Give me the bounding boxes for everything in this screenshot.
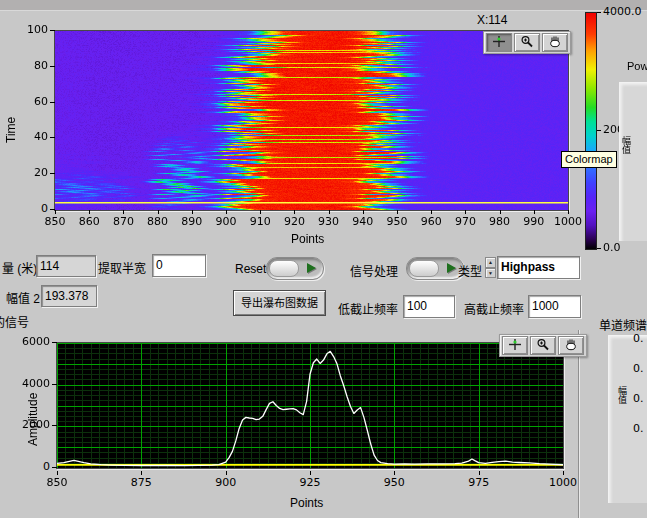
signal-x-tick-label: 850 (35, 476, 79, 489)
waterfall-graph-palette (483, 31, 571, 54)
spectrum-panel-title-clipped: 单道频谱 (599, 316, 647, 332)
magnifier-icon (520, 35, 534, 51)
right-top-axis-label: 幅值 (620, 136, 633, 162)
signal-x-axis-title: Points (290, 496, 323, 510)
labview-front-panel: { "header": { "cursor_readout": "X:114" … (0, 0, 647, 518)
signal-plot-frame (56, 342, 564, 469)
waterfall-plot-frame (54, 30, 569, 211)
signal-graph-palette (499, 334, 587, 357)
right-bottom-panel (608, 335, 647, 503)
filter-type-spinner[interactable]: ▲ ▼ (485, 257, 496, 278)
waterfall-y-tick-label: 100 (18, 23, 48, 36)
amplitude2-label: 幅值 2 (6, 289, 40, 306)
waterfall-intensity-chart[interactable] (55, 31, 568, 210)
sigproc-switch-knob (409, 260, 439, 277)
right-panel-tick-label: 0. (633, 422, 644, 435)
spinner-up-icon[interactable]: ▲ (485, 257, 496, 268)
waterfall-x-tick-label: 1000 (546, 215, 590, 228)
colorbar-tick-label: 4000.0 (597, 5, 642, 18)
position-value-box[interactable]: 114 (36, 255, 96, 277)
reset-label: Reset (235, 262, 266, 276)
amplitude2-value-box[interactable]: 193.378 (41, 285, 97, 307)
signal-x-tick-label: 975 (457, 476, 501, 489)
low-cutoff-input[interactable]: 100 (403, 295, 455, 318)
magnifier-icon (536, 338, 550, 354)
crosshair-icon (492, 35, 506, 51)
export-waterfall-button[interactable]: 导出瀑布图数据 (233, 290, 326, 316)
zoom-tool-button-2[interactable] (530, 336, 556, 355)
signal-panel-title-text: 的信号 (0, 313, 29, 330)
spinner-down-icon[interactable]: ▼ (485, 268, 496, 279)
signal-panel-title-clipped: 的信号 (0, 313, 42, 330)
halfwidth-label: 提取半宽 (98, 259, 146, 276)
crosshair-icon (508, 338, 522, 354)
colorbar[interactable] (585, 12, 597, 250)
pane-divider (578, 330, 579, 518)
colorbar-tick-label: 0.0 (597, 241, 621, 254)
right-panel-tick-label: 0. (633, 362, 644, 375)
waterfall-x-axis-title: Points (291, 232, 324, 246)
sigproc-switch-arrow-icon (447, 263, 456, 273)
waterfall-y-tick-label: 0 (18, 202, 48, 215)
signal-x-tick-label: 950 (372, 476, 416, 489)
filter-type-value[interactable]: Highpass (497, 256, 580, 279)
signal-x-tick-label: 900 (204, 476, 248, 489)
hand-icon (548, 35, 562, 51)
zoom-tool-button[interactable] (514, 33, 540, 52)
colormap-tooltip: Colormap (561, 151, 617, 168)
pan-tool-button-2[interactable] (558, 336, 584, 355)
hand-icon (564, 338, 578, 354)
waterfall-y-tick-label: 40 (18, 130, 48, 143)
high-cutoff-input[interactable]: 1000 (528, 295, 581, 318)
pan-tool-button[interactable] (542, 33, 568, 52)
position-label: 量 (米) (2, 259, 37, 276)
window-top-strip (0, 0, 647, 11)
waterfall-y-tick-label: 20 (18, 166, 48, 179)
right-panel-tick-label: 0. (633, 332, 644, 345)
right-panel-tick-label: 0. (633, 392, 644, 405)
waterfall-y-tick-label: 60 (18, 95, 48, 108)
signal-x-tick-label: 875 (119, 476, 163, 489)
signal-y-tick-label: 2000 (20, 418, 50, 431)
cursor-tool-button-2[interactable] (502, 336, 528, 355)
sigproc-label: 信号处理 (350, 262, 398, 279)
halfwidth-input[interactable]: 0 (152, 254, 206, 277)
signal-waveform-chart[interactable] (57, 343, 563, 468)
reset-switch-arrow-icon (307, 263, 316, 273)
signal-x-tick-label: 925 (288, 476, 332, 489)
reset-switch[interactable] (266, 257, 324, 280)
cursor-readout: X:114 (477, 13, 507, 27)
waterfall-y-axis-title: Time (4, 93, 18, 143)
right-bottom-axis-label: 幅值 (616, 386, 629, 412)
spectrum-panel-title-text: 单道频谱 (599, 316, 647, 332)
power-spectrum-title-clipped: Pow (627, 60, 647, 72)
filter-type-label: 类型 (458, 262, 482, 279)
signal-y-tick-label: 0 (20, 460, 50, 473)
sigproc-switch[interactable] (406, 257, 464, 280)
reset-switch-knob (269, 260, 299, 277)
low-cutoff-label: 低截止频率 (338, 300, 398, 317)
signal-y-tick-label: 4000 (20, 377, 50, 390)
cursor-tool-button[interactable] (486, 33, 512, 52)
waterfall-y-tick-label: 80 (18, 59, 48, 72)
high-cutoff-label: 高截止频率 (464, 300, 524, 317)
signal-y-tick-label: 6000 (20, 335, 50, 348)
